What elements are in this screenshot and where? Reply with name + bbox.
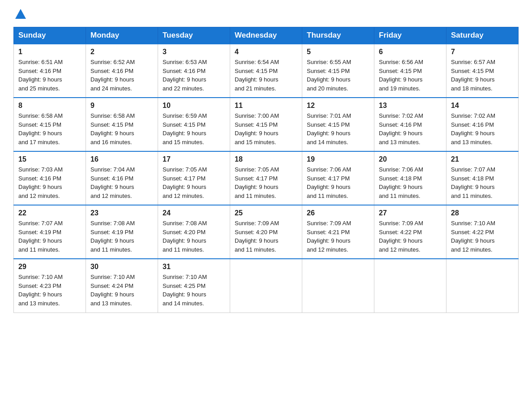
column-header-thursday: Thursday (302, 27, 374, 44)
day-info: Sunrise: 6:58 AMSunset: 4:15 PMDaylight:… (18, 111, 81, 146)
day-cell (446, 259, 519, 313)
day-cell: 26Sunrise: 7:09 AMSunset: 4:21 PMDayligh… (302, 205, 374, 259)
day-number: 1 (18, 48, 81, 56)
column-header-tuesday: Tuesday (158, 27, 230, 44)
day-cell: 11Sunrise: 7:00 AMSunset: 4:15 PMDayligh… (230, 98, 302, 151)
day-info: Sunrise: 7:00 AMSunset: 4:15 PMDaylight:… (235, 111, 297, 146)
day-number: 5 (307, 48, 369, 56)
day-cell: 25Sunrise: 7:09 AMSunset: 4:20 PMDayligh… (230, 205, 302, 259)
day-info: Sunrise: 7:07 AMSunset: 4:19 PMDaylight:… (18, 219, 81, 254)
day-cell: 22Sunrise: 7:07 AMSunset: 4:19 PMDayligh… (14, 205, 86, 259)
day-number: 12 (307, 102, 369, 110)
day-number: 6 (379, 48, 442, 56)
day-cell: 9Sunrise: 6:58 AMSunset: 4:15 PMDaylight… (86, 98, 158, 151)
day-info: Sunrise: 7:04 AMSunset: 4:16 PMDaylight:… (90, 165, 153, 200)
day-info: Sunrise: 6:53 AMSunset: 4:16 PMDaylight:… (163, 58, 225, 93)
day-info: Sunrise: 7:03 AMSunset: 4:16 PMDaylight:… (18, 165, 81, 200)
day-info: Sunrise: 7:10 AMSunset: 4:23 PMDaylight:… (18, 273, 81, 308)
day-info: Sunrise: 6:56 AMSunset: 4:15 PMDaylight:… (379, 58, 442, 93)
day-cell: 12Sunrise: 7:01 AMSunset: 4:15 PMDayligh… (302, 98, 374, 151)
header-row: SundayMondayTuesdayWednesdayThursdayFrid… (14, 27, 519, 44)
day-cell: 18Sunrise: 7:05 AMSunset: 4:17 PMDayligh… (230, 151, 302, 205)
column-header-friday: Friday (374, 27, 446, 44)
day-cell: 27Sunrise: 7:09 AMSunset: 4:22 PMDayligh… (374, 205, 446, 259)
week-row-5: 29Sunrise: 7:10 AMSunset: 4:23 PMDayligh… (14, 259, 519, 313)
day-number: 16 (90, 155, 153, 163)
day-info: Sunrise: 7:06 AMSunset: 4:17 PMDaylight:… (307, 165, 369, 200)
day-number: 2 (90, 48, 153, 56)
day-cell: 4Sunrise: 6:54 AMSunset: 4:15 PMDaylight… (230, 44, 302, 98)
week-row-2: 8Sunrise: 6:58 AMSunset: 4:15 PMDaylight… (14, 98, 519, 151)
day-cell: 16Sunrise: 7:04 AMSunset: 4:16 PMDayligh… (86, 151, 158, 205)
day-info: Sunrise: 7:07 AMSunset: 4:18 PMDaylight:… (451, 165, 514, 200)
day-cell: 13Sunrise: 7:02 AMSunset: 4:16 PMDayligh… (374, 98, 446, 151)
day-info: Sunrise: 7:10 AMSunset: 4:24 PMDaylight:… (90, 273, 153, 308)
day-info: Sunrise: 6:58 AMSunset: 4:15 PMDaylight:… (90, 111, 153, 146)
day-number: 26 (307, 209, 369, 217)
day-number: 15 (18, 155, 81, 163)
week-row-1: 1Sunrise: 6:51 AMSunset: 4:16 PMDaylight… (14, 44, 519, 98)
day-number: 9 (90, 102, 153, 110)
day-number: 21 (451, 155, 514, 163)
day-info: Sunrise: 7:05 AMSunset: 4:17 PMDaylight:… (163, 165, 225, 200)
day-number: 13 (379, 102, 442, 110)
day-cell: 7Sunrise: 6:57 AMSunset: 4:15 PMDaylight… (446, 44, 519, 98)
week-row-4: 22Sunrise: 7:07 AMSunset: 4:19 PMDayligh… (14, 205, 519, 259)
day-info: Sunrise: 7:02 AMSunset: 4:16 PMDaylight:… (451, 111, 514, 146)
day-number: 14 (451, 102, 514, 110)
day-number: 24 (163, 209, 225, 217)
day-number: 11 (235, 102, 297, 110)
day-info: Sunrise: 7:01 AMSunset: 4:15 PMDaylight:… (307, 111, 369, 146)
day-info: Sunrise: 6:51 AMSunset: 4:16 PMDaylight:… (18, 58, 81, 93)
day-info: Sunrise: 6:57 AMSunset: 4:15 PMDaylight:… (451, 58, 514, 93)
day-cell (302, 259, 374, 313)
day-info: Sunrise: 7:09 AMSunset: 4:20 PMDaylight:… (235, 219, 297, 254)
day-number: 4 (235, 48, 297, 56)
day-info: Sunrise: 6:59 AMSunset: 4:15 PMDaylight:… (163, 111, 225, 146)
day-info: Sunrise: 7:08 AMSunset: 4:19 PMDaylight:… (90, 219, 153, 254)
day-cell: 14Sunrise: 7:02 AMSunset: 4:16 PMDayligh… (446, 98, 519, 151)
day-cell: 6Sunrise: 6:56 AMSunset: 4:15 PMDaylight… (374, 44, 446, 98)
logo-text (13, 9, 26, 20)
day-number: 25 (235, 209, 297, 217)
day-cell: 19Sunrise: 7:06 AMSunset: 4:17 PMDayligh… (302, 151, 374, 205)
day-cell: 28Sunrise: 7:10 AMSunset: 4:22 PMDayligh… (446, 205, 519, 259)
day-number: 31 (163, 263, 225, 271)
day-cell: 21Sunrise: 7:07 AMSunset: 4:18 PMDayligh… (446, 151, 519, 205)
day-info: Sunrise: 6:52 AMSunset: 4:16 PMDaylight:… (90, 58, 153, 93)
logo-triangle-icon (15, 9, 26, 19)
day-cell: 30Sunrise: 7:10 AMSunset: 4:24 PMDayligh… (86, 259, 158, 313)
day-cell: 17Sunrise: 7:05 AMSunset: 4:17 PMDayligh… (158, 151, 230, 205)
day-number: 20 (379, 155, 442, 163)
day-cell: 15Sunrise: 7:03 AMSunset: 4:16 PMDayligh… (14, 151, 86, 205)
day-info: Sunrise: 7:05 AMSunset: 4:17 PMDaylight:… (235, 165, 297, 200)
day-number: 7 (451, 48, 514, 56)
column-header-saturday: Saturday (446, 27, 519, 44)
day-cell: 29Sunrise: 7:10 AMSunset: 4:23 PMDayligh… (14, 259, 86, 313)
week-row-3: 15Sunrise: 7:03 AMSunset: 4:16 PMDayligh… (14, 151, 519, 205)
day-number: 8 (18, 102, 81, 110)
day-cell: 1Sunrise: 6:51 AMSunset: 4:16 PMDaylight… (14, 44, 86, 98)
day-number: 10 (163, 102, 225, 110)
day-number: 28 (451, 209, 514, 217)
logo (13, 9, 26, 18)
day-cell: 8Sunrise: 6:58 AMSunset: 4:15 PMDaylight… (14, 98, 86, 151)
day-info: Sunrise: 7:10 AMSunset: 4:25 PMDaylight:… (163, 273, 225, 308)
day-number: 18 (235, 155, 297, 163)
day-info: Sunrise: 7:02 AMSunset: 4:16 PMDaylight:… (379, 111, 442, 146)
day-cell: 23Sunrise: 7:08 AMSunset: 4:19 PMDayligh… (86, 205, 158, 259)
day-number: 17 (163, 155, 225, 163)
day-info: Sunrise: 7:08 AMSunset: 4:20 PMDaylight:… (163, 219, 225, 254)
day-cell: 31Sunrise: 7:10 AMSunset: 4:25 PMDayligh… (158, 259, 230, 313)
column-header-wednesday: Wednesday (230, 27, 302, 44)
day-info: Sunrise: 7:06 AMSunset: 4:18 PMDaylight:… (379, 165, 442, 200)
day-cell (374, 259, 446, 313)
day-cell: 20Sunrise: 7:06 AMSunset: 4:18 PMDayligh… (374, 151, 446, 205)
day-info: Sunrise: 7:09 AMSunset: 4:21 PMDaylight:… (307, 219, 369, 254)
day-number: 22 (18, 209, 81, 217)
day-number: 29 (18, 263, 81, 271)
day-number: 30 (90, 263, 153, 271)
day-info: Sunrise: 7:10 AMSunset: 4:22 PMDaylight:… (451, 219, 514, 254)
day-cell: 5Sunrise: 6:55 AMSunset: 4:15 PMDaylight… (302, 44, 374, 98)
day-info: Sunrise: 7:09 AMSunset: 4:22 PMDaylight:… (379, 219, 442, 254)
